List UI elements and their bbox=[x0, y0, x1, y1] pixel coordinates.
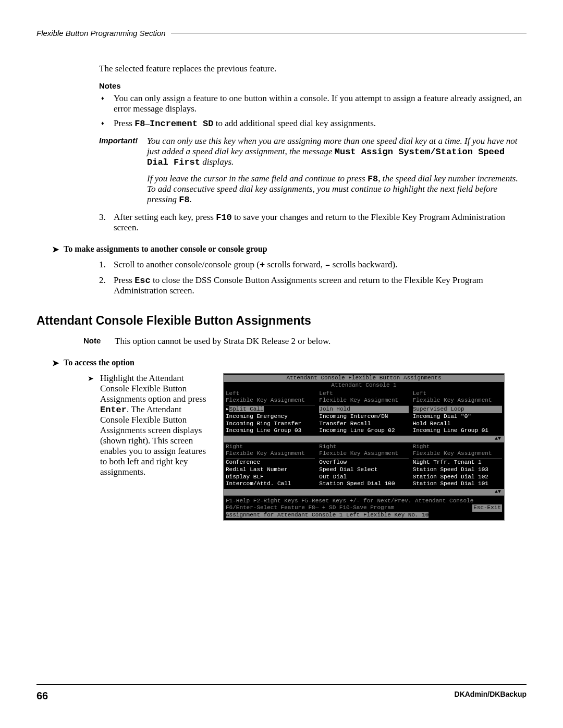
sub-steps: 1. Scroll to another console/console gro… bbox=[99, 260, 527, 296]
term-col-right: Left Flexible Key Assignment Supervised … bbox=[411, 389, 504, 436]
list-item: Conference bbox=[226, 459, 315, 466]
step-3: 3. After setting each key, press F10 to … bbox=[99, 212, 527, 233]
step-list: 3. After setting each key, press F10 to … bbox=[99, 212, 527, 233]
term-footer-1: F1-Help F2-Right Keys F5-Reset Keys +/- … bbox=[224, 498, 504, 505]
list-item: Night Trfr. Tenant 1 bbox=[413, 459, 502, 466]
term-top-grid: Left Flexible Key Assignment ▸Split Call… bbox=[224, 389, 504, 436]
item-split-call: Split Call bbox=[229, 406, 264, 412]
col-mid-bot: Overflow Speed Dial Select Out Dial Stat… bbox=[319, 459, 408, 488]
list-item: Station Speed Dial 100 bbox=[319, 480, 408, 488]
imp-p1c: displays. bbox=[200, 157, 234, 167]
scroll-indicator-2: ▲▼ bbox=[224, 489, 504, 496]
esc-exit: Esc-Exit bbox=[472, 504, 502, 512]
section-title: Attendant Console Flexible Button Assign… bbox=[36, 314, 527, 328]
arrow-icon: ➤ bbox=[52, 244, 64, 254]
sub1-t1b: scrolls forward, bbox=[265, 260, 325, 269]
arrow-icon-2: ➤ bbox=[52, 358, 64, 368]
list-item: Speed Dial Select bbox=[319, 466, 408, 474]
note-text: This option cannot be used by Strata DK … bbox=[115, 336, 331, 347]
list-item: Incoming Emergency bbox=[226, 413, 315, 421]
list-item: Incoming Ring Transfer bbox=[226, 421, 315, 428]
arrow-heading-2: ➤ To access the option bbox=[52, 358, 527, 368]
col-mid-rh1: Right bbox=[319, 443, 408, 451]
divider bbox=[319, 405, 408, 405]
divider bbox=[226, 405, 315, 405]
footer-row: 66 DKAdmin/DKBackup bbox=[36, 690, 527, 702]
access-t1: Highlight the Attendant Console Flexible… bbox=[100, 373, 206, 404]
term-footer-3: Assignment for Attendant Console 1 Left … bbox=[224, 512, 504, 519]
sub1-t1a: Scroll to another console/console group … bbox=[114, 260, 260, 269]
header-text: Flexible Button Programming Section bbox=[36, 29, 166, 38]
term-col-mid: Left Flexible Key Assignment Join Hold I… bbox=[317, 389, 410, 436]
term-col-left-b: Right Flexible Key Assignment Conference… bbox=[224, 442, 317, 489]
col-left-items: ▸Split Call Incoming Emergency Incoming … bbox=[226, 406, 315, 435]
note-row: Note This option cannot be used by Strat… bbox=[83, 336, 527, 347]
divider bbox=[413, 458, 502, 459]
page: Flexible Button Programming Section The … bbox=[0, 0, 563, 728]
notes-label: Notes bbox=[99, 81, 527, 90]
intro-para: The selected feature replaces the previo… bbox=[99, 64, 527, 74]
minus-key: – bbox=[325, 260, 330, 270]
col-right-rh1: Right bbox=[413, 443, 502, 451]
footer-right: DKAdmin/DKBackup bbox=[455, 690, 527, 702]
access-t2: . The Attendant Console Flexible Button … bbox=[100, 404, 206, 477]
list-item: Station Speed Dial 103 bbox=[413, 466, 502, 474]
note-item-1: You can only assign a feature to one but… bbox=[99, 93, 527, 114]
term-footer-2: F6/Enter-Select Feature F8— + SD F10-Sav… bbox=[224, 504, 504, 512]
imp-p2c: . bbox=[190, 194, 192, 204]
running-header: Flexible Button Programming Section bbox=[36, 29, 527, 38]
list-item: Hold Recall bbox=[413, 421, 502, 428]
list-item: Station Speed Dial 101 bbox=[413, 480, 502, 488]
term-col-left: Left Flexible Key Assignment ▸Split Call… bbox=[224, 389, 317, 436]
important-label: Important! bbox=[99, 136, 147, 167]
divider bbox=[413, 405, 502, 405]
term-title: Attendant Console Flexible Button Assign… bbox=[224, 375, 504, 382]
arrow-heading-1: ➤ To make assignments to another console… bbox=[52, 244, 527, 254]
list-item: Incoming Intercom/DN bbox=[319, 413, 408, 421]
step3-key: F10 bbox=[216, 213, 232, 223]
important-p2: If you leave the cursor in the same fiel… bbox=[147, 174, 527, 205]
step3-num: 3. bbox=[99, 212, 106, 223]
list-item: Join Hold bbox=[319, 406, 408, 413]
term-subtitle: Attendant Console 1 bbox=[224, 382, 504, 389]
terminal-screenshot: Attendant Console Flexible Button Assign… bbox=[223, 373, 505, 521]
list-item: Station Speed Dial 102 bbox=[413, 474, 502, 481]
imp-p2-key1: F8 bbox=[368, 174, 378, 184]
col-left-h2: Flexible Key Assignment bbox=[226, 397, 315, 404]
note-2-cmd: Increment SD bbox=[150, 119, 213, 129]
col-right-h1: Left bbox=[413, 390, 502, 398]
note-2-key: F8 bbox=[134, 119, 145, 129]
sub1-t1c: scrolls backward). bbox=[331, 260, 398, 269]
term-col-right-b: Right Flexible Key Assignment Night Trfr… bbox=[411, 442, 504, 489]
footer2-left: F6/Enter-Select Feature F8— + SD F10-Sav… bbox=[226, 504, 394, 512]
list-item: Transfer Recall bbox=[319, 421, 408, 428]
col-left-h1: Left bbox=[226, 390, 315, 398]
imp-p2-key2: F8 bbox=[179, 195, 189, 205]
arrow2-text: To access the option bbox=[64, 358, 134, 367]
note-2-dash: – bbox=[145, 118, 150, 128]
sub1-n1: 1. bbox=[99, 260, 106, 270]
list-item: Overflow bbox=[319, 459, 408, 466]
term-bot-grid: Right Flexible Key Assignment Conference… bbox=[224, 442, 504, 489]
footer-rule bbox=[36, 684, 527, 685]
notes-list: You can only assign a feature to one but… bbox=[99, 93, 527, 129]
body-block-1: The selected feature replaces the previo… bbox=[99, 64, 527, 233]
col-right-rh2: Flexible Key Assignment bbox=[413, 450, 502, 458]
col-left-bot: Conference Redial Last Number Display BL… bbox=[226, 459, 315, 488]
list-item: Incoming Line Group 01 bbox=[413, 427, 502, 435]
plus-key: + bbox=[260, 260, 265, 270]
col-right-bot: Night Trfr. Tenant 1 Station Speed Dial … bbox=[413, 459, 502, 488]
page-number: 66 bbox=[36, 690, 48, 702]
col-mid-h2: Flexible Key Assignment bbox=[319, 397, 408, 404]
list-item: Redial Last Number bbox=[226, 466, 315, 474]
note-label: Note bbox=[83, 336, 115, 347]
col-mid-h1: Left bbox=[319, 390, 408, 398]
scroll-indicator: ▲▼ bbox=[224, 436, 504, 442]
important-block: Important! You can only use this key whe… bbox=[99, 136, 527, 167]
list-item: Supervised Loop bbox=[413, 406, 502, 413]
access-row: Highlight the Attendant Console Flexible… bbox=[83, 373, 527, 521]
esc-key: Esc bbox=[134, 276, 151, 286]
col-left-rh2: Flexible Key Assignment bbox=[226, 450, 315, 458]
header-rule bbox=[171, 33, 527, 33]
sub-step-list: 1. Scroll to another console/console gro… bbox=[99, 260, 527, 296]
